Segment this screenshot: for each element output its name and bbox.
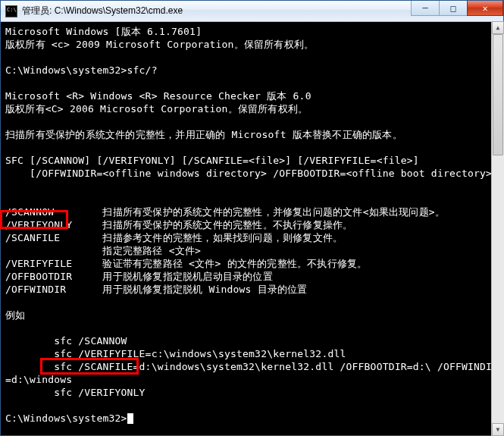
- terminal-line: 版权所有 <c> 2009 Microsoft Corporation。保留所有…: [5, 38, 499, 51]
- close-button[interactable]: ✕: [467, 1, 503, 16]
- terminal-line: /VERIFYONLY 扫描所有受保护的系统文件的完整性。不执行修复操作。: [5, 218, 499, 231]
- minimize-button[interactable]: ─: [411, 1, 440, 16]
- cmd-icon: [5, 5, 17, 17]
- terminal-line: /VERIFYFILE 验证带有完整路径 <文件> 的文件的完整性。不执行修复。: [5, 257, 499, 270]
- maximize-button[interactable]: □: [439, 1, 468, 16]
- scroll-track[interactable]: [492, 34, 504, 423]
- terminal-line: C:\Windows\system32>sfc/?: [5, 64, 499, 77]
- window-buttons: ─ □ ✕: [412, 1, 503, 16]
- terminal-line: [5, 141, 499, 154]
- terminal-line: 例如: [5, 309, 499, 322]
- terminal-line: SFC [/SCANNOW] [/VERIFYONLY] [/SCANFILE=…: [5, 154, 499, 167]
- terminal-line: sfc /SCANNOW: [5, 334, 499, 347]
- terminal-line: sfc /VERIFYFILE=c:\windows\system32\kern…: [5, 347, 499, 360]
- terminal-line: sfc /VERIFYONLY: [5, 386, 499, 399]
- terminal-line: [5, 296, 499, 309]
- window-title: 管理员: C:\Windows\System32\cmd.exe: [22, 5, 183, 17]
- titlebar[interactable]: 管理员: C:\Windows\System32\cmd.exe ─ □ ✕: [1, 1, 503, 22]
- terminal-line: /SCANFILE 扫描参考文件的完整性，如果找到问题，则修复文件。: [5, 231, 499, 244]
- scroll-down-button[interactable]: ▼: [492, 423, 504, 436]
- terminal-line: [5, 193, 499, 205]
- terminal-line: 指定完整路径 <文件>: [5, 244, 499, 257]
- terminal-line: [5, 322, 499, 334]
- terminal-line: [5, 77, 499, 89]
- terminal-line: /OFFBOOTDIR 用于脱机修复指定脱机启动目录的位置: [5, 270, 499, 283]
- terminal-output[interactable]: Microsoft Windows [版本 6.1.7601]版权所有 <c> …: [1, 22, 503, 435]
- terminal-line: 扫描所有受保护的系统文件的完整性，并用正确的 Microsoft 版本替换不正确…: [5, 128, 499, 141]
- vertical-scrollbar[interactable]: ▲ ▼: [491, 21, 504, 436]
- terminal-line: Microsoft <R> Windows <R> Resource Check…: [5, 89, 499, 102]
- cursor: [127, 413, 133, 424]
- terminal-line: 版权所有<C> 2006 Microsoft Corporation。保留所有权…: [5, 102, 499, 115]
- terminal-line: [5, 180, 499, 193]
- terminal-line: [5, 115, 499, 128]
- terminal-line: [/OFFWINDIR=<offline windows directory> …: [5, 167, 499, 180]
- terminal-line: sfc /SCANFILE=d:\windows\system32\kernel…: [5, 360, 499, 386]
- prompt-line[interactable]: C:\Windows\system32>: [5, 412, 499, 425]
- terminal-line: /SCANNOW 扫描所有受保护的系统文件的完整性，并修复出问题的文件<如果出现…: [5, 205, 499, 218]
- terminal-line: Microsoft Windows [版本 6.1.7601]: [5, 25, 499, 38]
- scroll-up-button[interactable]: ▲: [492, 21, 504, 34]
- terminal-line: /OFFWINDIR 用于脱机修复指定脱机 Windows 目录的位置: [5, 283, 499, 296]
- terminal-line: [5, 51, 499, 64]
- terminal-line: [5, 399, 499, 412]
- cmd-window: 管理员: C:\Windows\System32\cmd.exe ─ □ ✕ M…: [0, 0, 504, 436]
- scroll-thumb[interactable]: [493, 34, 503, 155]
